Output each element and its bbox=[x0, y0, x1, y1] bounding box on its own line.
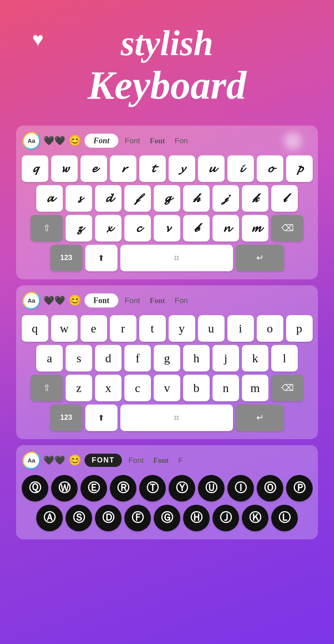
key2-l[interactable]: l bbox=[271, 345, 298, 372]
key-p[interactable]: 𝓹 bbox=[286, 155, 313, 182]
key2-enter[interactable]: ↵ bbox=[236, 405, 284, 431]
key-enter[interactable]: ↵ bbox=[236, 245, 284, 271]
key2-a[interactable]: a bbox=[36, 345, 63, 372]
key-b[interactable]: 𝒷 bbox=[183, 215, 210, 242]
key2-backspace[interactable]: ⌫ bbox=[271, 375, 303, 401]
toolbar-font-3[interactable]: Font bbox=[146, 135, 168, 147]
key3-t[interactable]: Ⓣ bbox=[139, 475, 166, 502]
key-k[interactable]: 𝓀 bbox=[242, 185, 268, 212]
toolbar-font-4[interactable]: Fon bbox=[171, 135, 191, 147]
keyboard-2-toolbar-font-3[interactable]: Font bbox=[146, 295, 168, 307]
keyboard-3-toolbar-font-4[interactable]: F bbox=[175, 454, 186, 466]
keyboard-3-toolbar-font-3[interactable]: Font bbox=[150, 454, 172, 466]
key-s[interactable]: 𝓼 bbox=[66, 185, 92, 212]
key2-share[interactable]: ⬆ bbox=[85, 405, 118, 431]
key-v[interactable]: 𝓿 bbox=[154, 215, 180, 242]
key3-q[interactable]: Ⓠ bbox=[22, 475, 48, 502]
key2-k[interactable]: k bbox=[242, 345, 268, 372]
key3-i[interactable]: Ⓘ bbox=[227, 475, 254, 502]
key2-e[interactable]: e bbox=[80, 315, 107, 342]
keyboard-3-toolbar-emoji[interactable]: 😊 bbox=[68, 454, 81, 466]
key-g[interactable]: 𝓰 bbox=[154, 185, 180, 212]
keyboard-2-toolbar-font-1-active[interactable]: Font bbox=[85, 293, 118, 308]
key3-d[interactable]: Ⓓ bbox=[95, 505, 122, 531]
key2-q[interactable]: q bbox=[22, 315, 48, 342]
key-space[interactable]: ⌗ bbox=[120, 245, 233, 271]
key3-u[interactable]: Ⓤ bbox=[198, 475, 225, 502]
toolbar-font-2[interactable]: Font bbox=[122, 135, 143, 147]
key-q[interactable]: 𝓺 bbox=[22, 155, 48, 182]
key2-space[interactable]: ⌗ bbox=[120, 405, 233, 431]
key2-t[interactable]: t bbox=[139, 315, 166, 342]
key2-f[interactable]: f bbox=[124, 345, 151, 372]
toolbar-emoji[interactable]: 😊 bbox=[68, 134, 81, 147]
key2-c[interactable]: c bbox=[124, 375, 151, 401]
key-d[interactable]: 𝓭 bbox=[95, 185, 122, 212]
keyboard-3-toolbar-font-2[interactable]: Font bbox=[125, 454, 147, 466]
keyboard-2-toolbar-font-2[interactable]: Font bbox=[122, 295, 143, 307]
key-o[interactable]: 𝓸 bbox=[257, 155, 283, 182]
key2-y[interactable]: y bbox=[169, 315, 195, 342]
key2-g[interactable]: g bbox=[154, 345, 180, 372]
key-n[interactable]: 𝓷 bbox=[212, 215, 239, 242]
key3-y[interactable]: Ⓨ bbox=[169, 475, 195, 502]
key-i[interactable]: 𝓲 bbox=[227, 155, 254, 182]
keyboard-3-toolbar-font-active[interactable]: FONT bbox=[85, 454, 122, 467]
key-a[interactable]: 𝓪 bbox=[36, 185, 63, 212]
key-e[interactable]: 𝓮 bbox=[80, 155, 107, 182]
key3-p[interactable]: Ⓟ bbox=[286, 475, 313, 502]
key-u[interactable]: 𝓾 bbox=[198, 155, 225, 182]
key3-k[interactable]: Ⓚ bbox=[242, 505, 268, 531]
keyboard-2-toolbar-font-4[interactable]: Fon bbox=[171, 295, 191, 307]
key-c[interactable]: 𝓬 bbox=[124, 215, 151, 242]
key-x[interactable]: 𝔁 bbox=[95, 215, 122, 242]
key2-b[interactable]: b bbox=[183, 375, 210, 401]
key2-h[interactable]: h bbox=[183, 345, 210, 372]
key2-m[interactable]: m bbox=[242, 375, 268, 401]
key-share[interactable]: ⬆ bbox=[85, 245, 118, 271]
key-m[interactable]: 𝓶 bbox=[242, 215, 268, 242]
key-z[interactable]: 𝔃 bbox=[66, 215, 92, 242]
key3-l[interactable]: Ⓛ bbox=[271, 505, 298, 531]
key3-r[interactable]: Ⓡ bbox=[110, 475, 136, 502]
key-shift[interactable]: ⇧ bbox=[31, 215, 63, 242]
toolbar-aa-button[interactable]: Aa bbox=[23, 132, 40, 150]
keyboard-2-toolbar-aa[interactable]: Aa bbox=[23, 292, 40, 310]
key-backspace[interactable]: ⌫ bbox=[271, 215, 303, 242]
key-j[interactable]: 𝒿 bbox=[212, 185, 239, 212]
key2-u[interactable]: u bbox=[198, 315, 225, 342]
key3-o[interactable]: Ⓞ bbox=[257, 475, 283, 502]
key2-o[interactable]: o bbox=[257, 315, 283, 342]
key2-z[interactable]: z bbox=[66, 375, 92, 401]
key-t[interactable]: 𝓽 bbox=[139, 155, 166, 182]
key2-p[interactable]: p bbox=[286, 315, 313, 342]
key3-s[interactable]: Ⓢ bbox=[66, 505, 92, 531]
key2-numbers[interactable]: 123 bbox=[50, 405, 82, 431]
key-w[interactable]: 𝔀 bbox=[51, 155, 78, 182]
keyboard-2-toolbar-emoji[interactable]: 😊 bbox=[68, 294, 81, 307]
toolbar-font-1-active[interactable]: Font bbox=[85, 134, 118, 148]
key2-n[interactable]: n bbox=[212, 375, 239, 401]
key2-d[interactable]: d bbox=[95, 345, 122, 372]
key3-w[interactable]: Ⓦ bbox=[51, 475, 78, 502]
key3-h[interactable]: Ⓗ bbox=[183, 505, 210, 531]
key-numbers[interactable]: 123 bbox=[50, 245, 82, 271]
key2-i[interactable]: i bbox=[227, 315, 254, 342]
key2-v[interactable]: v bbox=[154, 375, 180, 401]
key2-j[interactable]: j bbox=[212, 345, 239, 372]
key3-g[interactable]: Ⓖ bbox=[154, 505, 180, 531]
key-f[interactable]: 𝒻 bbox=[124, 185, 151, 212]
key-l[interactable]: 𝓁 bbox=[271, 185, 298, 212]
key2-r[interactable]: r bbox=[110, 315, 136, 342]
key2-s[interactable]: s bbox=[66, 345, 92, 372]
key-y[interactable]: 𝔂 bbox=[169, 155, 195, 182]
key3-f[interactable]: Ⓕ bbox=[124, 505, 151, 531]
key3-e[interactable]: Ⓔ bbox=[80, 475, 107, 502]
key-r[interactable]: 𝓻 bbox=[110, 155, 136, 182]
key-h[interactable]: 𝒽 bbox=[183, 185, 210, 212]
key3-a[interactable]: Ⓐ bbox=[36, 505, 63, 531]
key2-shift[interactable]: ⇧ bbox=[31, 375, 63, 401]
key2-w[interactable]: w bbox=[51, 315, 78, 342]
keyboard-3-toolbar-aa[interactable]: Aa bbox=[23, 452, 40, 469]
key3-j[interactable]: Ⓙ bbox=[212, 505, 239, 531]
